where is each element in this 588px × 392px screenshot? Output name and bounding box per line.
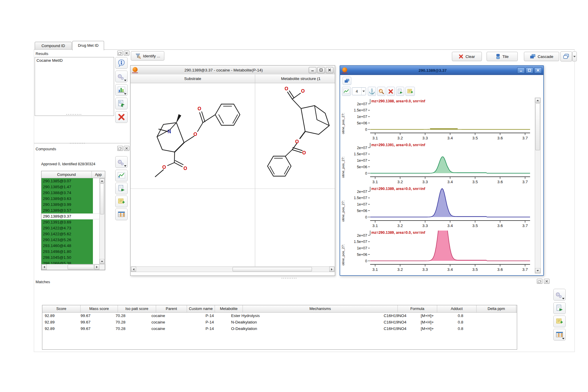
svg-text:1.5e+07: 1.5e+07 <box>354 108 367 112</box>
compound-row[interactable]: 290.1423@5.26 <box>41 237 99 243</box>
close-icon[interactable] <box>534 67 542 74</box>
compounds-vscrollbar[interactable] <box>99 178 105 264</box>
compound-row[interactable]: 293.1498@1.80 <box>41 249 99 255</box>
compounds-chart-button[interactable] <box>115 170 128 181</box>
maximize-icon[interactable] <box>526 67 533 74</box>
trace-count-dropdown[interactable]: 4 <box>352 87 366 95</box>
column-header-approved[interactable]: App <box>92 171 105 178</box>
table-row[interactable]: 92.8999.6770.28cocaineP-14O-Dealkylation… <box>42 326 517 332</box>
left-panel-splitter-grip[interactable] <box>69 143 86 144</box>
window-layout-dropdown[interactable] <box>572 51 577 61</box>
results-float-icon[interactable] <box>117 51 123 56</box>
chromatogram-plot[interactable]: 2e+071.5e+071e+075e+060mz=290.1389, area… <box>347 185 532 229</box>
plot-y-axis-label: otine_pos_27: <box>341 143 346 178</box>
minimize-icon[interactable] <box>517 67 525 74</box>
results-settings-button[interactable]: ⚙⚙ <box>115 71 128 82</box>
results-resize-grip[interactable] <box>66 114 82 115</box>
compounds-export-button[interactable] <box>115 183 128 194</box>
results-list[interactable]: Cocaine MetID <box>35 57 114 116</box>
matches-columns-button[interactable] <box>553 329 566 341</box>
results-chart-button[interactable] <box>115 84 128 96</box>
compound-row[interactable]: 298.1045@1.50 <box>41 255 99 261</box>
matches-column-header[interactable]: Iso patt score <box>118 305 156 312</box>
tile-button[interactable]: Tile <box>487 52 518 61</box>
chromatogram-plot[interactable]: 2e+071.5e+071e+075e+060mz=290.1388, area… <box>347 98 532 141</box>
matches-column-header[interactable]: Parent <box>156 305 187 312</box>
info-button[interactable] <box>115 57 128 69</box>
chrom-notes-button[interactable] <box>405 87 415 96</box>
compound-row[interactable]: 290.1385@1.47 <box>41 184 99 190</box>
substrate-column-header[interactable]: Substrate <box>131 74 255 83</box>
compounds-settings-button[interactable]: ⚙⚙ <box>115 156 128 168</box>
close-icon[interactable] <box>326 67 333 73</box>
anchor-button[interactable]: ⚓ <box>368 87 376 96</box>
chromatogram-vscrollbar[interactable] <box>535 98 541 273</box>
compound-row[interactable]: 293.1460@4.48 <box>41 243 99 249</box>
matches-splitter-grip[interactable] <box>281 278 298 279</box>
column-header-compound[interactable]: Compound <box>41 171 92 178</box>
matches-close-icon[interactable] <box>544 279 549 284</box>
tab-compound-id[interactable]: Compound ID <box>35 42 72 50</box>
matches-column-header[interactable]: Delta ppm <box>477 305 516 312</box>
identify-button[interactable]: Identify ... <box>131 51 164 61</box>
compound-row[interactable]: 290.1389@3.57 <box>41 208 99 213</box>
table-row[interactable]: 92.8999.6770.28cocaineP-14Ester Hydrolys… <box>42 313 517 319</box>
chrom-export-button[interactable] <box>396 87 404 96</box>
compound-label: 290.1385@3.07 <box>41 178 93 184</box>
compounds-notes-button[interactable] <box>115 196 128 207</box>
chromatogram-window-titlebar[interactable]: 290.1389@3.37 <box>340 66 543 75</box>
compound-row[interactable]: 290.1422@5.62 <box>41 231 99 237</box>
chevron-down-icon <box>124 165 126 167</box>
results-delete-button[interactable] <box>115 111 128 123</box>
matches-column-header[interactable]: Metabolite <box>215 305 243 312</box>
search-peaks-button[interactable] <box>377 87 385 96</box>
matches-column-header[interactable]: Adduct <box>437 305 477 312</box>
compounds-float-icon[interactable] <box>117 146 123 151</box>
compound-row[interactable]: 298.1068@5.38 <box>41 261 99 264</box>
chromatogram-plot[interactable]: 2e+071.5e+071e+075e+060mz=290.1391, area… <box>347 141 532 185</box>
tab-drug-met-id[interactable]: Drug Met ID <box>72 41 104 50</box>
results-close-icon[interactable] <box>124 51 129 56</box>
compound-row[interactable]: 290.1385@3.07 <box>41 178 99 184</box>
compounds-table-header: Compound App <box>41 171 105 178</box>
chromatogram-plot[interactable]: 2e+071.5e+071e+075e+060mz=290.1389, area… <box>347 229 532 273</box>
matches-column-header[interactable]: Custom name <box>187 305 215 312</box>
compound-row[interactable]: 290.1389@3.37 <box>41 213 99 219</box>
compound-row[interactable]: 290.1389@3.99 <box>41 202 99 208</box>
maximize-icon[interactable] <box>317 67 325 73</box>
minimize-icon[interactable] <box>309 67 316 73</box>
compounds-close-icon[interactable] <box>124 146 129 151</box>
compounds-hscrollbar[interactable] <box>41 264 105 270</box>
matches-settings-button[interactable]: ⚙⚙ <box>553 289 566 301</box>
svg-text:5e+06: 5e+06 <box>357 253 367 257</box>
clear-button[interactable]: Clear <box>452 52 482 61</box>
matches-notes-button[interactable] <box>553 316 566 327</box>
compound-label: 290.1385@1.47 <box>41 184 93 190</box>
chromatogram-plot-row: otine_pos_27:2e+071.5e+071e+075e+060mz=2… <box>341 141 534 185</box>
matches-column-header[interactable]: Formula <box>398 305 437 312</box>
compounds-table-button[interactable] <box>115 208 128 220</box>
matches-column-header[interactable]: Mechanisms <box>243 305 398 312</box>
chrom-chart-button[interactable] <box>342 87 351 96</box>
table-row[interactable]: 92.8999.6770.28cocaineP-14N-Dealkylation… <box>42 319 517 326</box>
chrom-layout-button[interactable] <box>343 77 351 85</box>
matches-column-header[interactable]: Score <box>42 305 81 312</box>
structure-window-titlebar[interactable]: 290.1389@3.37 - cocaine - Metabolite(P-1… <box>131 66 335 75</box>
results-item-cocaine-metid[interactable]: Cocaine MetID <box>35 57 114 63</box>
compound-row[interactable]: 290.1391@3.69 <box>41 219 99 225</box>
results-export-button[interactable] <box>115 98 128 109</box>
cascade-button[interactable]: Cascade <box>524 52 559 61</box>
compound-row[interactable]: 290.1422@4.73 <box>41 225 99 231</box>
matches-export-button[interactable] <box>553 302 566 314</box>
matches-float-icon[interactable] <box>537 279 542 284</box>
metabolite-structure: O O O O <box>256 81 335 189</box>
identify-icon <box>135 53 141 59</box>
chrom-delete-button[interactable] <box>387 87 395 96</box>
compound-row[interactable]: 290.1389@3.63 <box>41 196 99 202</box>
compound-row[interactable]: 290.1388@3.74 <box>41 190 99 196</box>
matches-table-rows: 92.8999.6770.28cocaineP-14Ester Hydrolys… <box>42 313 517 332</box>
window-layout-button[interactable] <box>560 51 572 61</box>
matches-column-header[interactable]: Mass score <box>81 305 118 312</box>
structure-hscrollbar[interactable] <box>131 266 335 272</box>
gears-icon: ⚙⚙ <box>555 292 564 298</box>
